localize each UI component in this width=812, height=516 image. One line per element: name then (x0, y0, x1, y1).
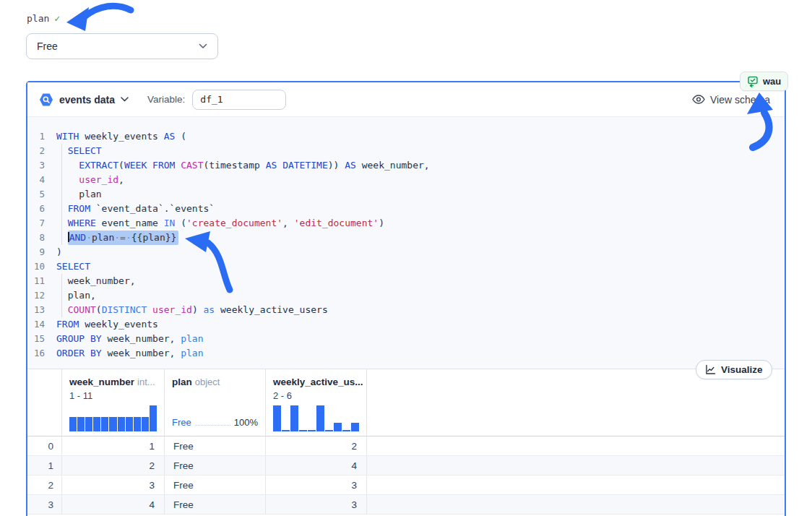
line-number: 8 (27, 231, 45, 245)
code-line: 8 AND·plan·=·{{plan}} (27, 231, 785, 245)
line-number: 13 (27, 303, 45, 317)
table-cell: 0 (27, 437, 62, 455)
table-cell: 1 (62, 437, 165, 455)
variable-label: Variable: (147, 94, 185, 105)
variable-input[interactable] (192, 90, 286, 110)
cell-output-badge-wau[interactable]: wau (740, 72, 788, 91)
line-number: 10 (27, 259, 45, 274)
line-number: 6 (27, 202, 45, 216)
results-table: week_numberint...1 - 11planobjectFree100… (27, 369, 785, 515)
code-line: 1WITH weekly_events AS ( (27, 129, 785, 144)
line-number: 2 (27, 144, 45, 158)
histogram-bar (69, 417, 77, 431)
column-range: 2 - 6 (273, 390, 359, 401)
table-row: 34Free3 (27, 495, 785, 515)
column-header-week_number[interactable]: week_numberint...1 - 11 (62, 369, 165, 436)
bigquery-icon (39, 93, 53, 107)
histogram-bar (334, 423, 342, 431)
code-line: 13 COUNT(DISTINCT user_id) as weekly_act… (27, 303, 785, 317)
table-cell: Free (165, 495, 266, 514)
sql-cell: events data Variable: View schema 1WITH … (26, 81, 786, 516)
column-range: 1 - 11 (69, 390, 157, 401)
table-cell: 1 (27, 456, 62, 475)
table-cell: 4 (266, 456, 367, 475)
histogram-bar (342, 430, 350, 431)
histogram-bar (109, 417, 116, 431)
table-row: 23Free3 (27, 476, 785, 495)
visualize-button[interactable]: Visualize (696, 360, 772, 379)
badge-label: wau (763, 76, 781, 87)
table-cell: 2 (27, 476, 62, 494)
table-cell (367, 437, 785, 455)
column-header-weekly_active_us[interactable]: weekly_active_us...2 - 6 (266, 369, 367, 436)
column-histogram (69, 405, 157, 431)
code-line: 3 EXTRACT(WEEK FROM CAST(timestamp AS DA… (27, 158, 785, 173)
histogram-bar (126, 417, 133, 431)
app-screen-check-icon (747, 76, 759, 87)
histogram-bar (290, 405, 298, 431)
line-number: 7 (27, 216, 45, 231)
code-lines: 1WITH weekly_events AS (2 SELECT3 EXTRAC… (27, 129, 785, 361)
code-line: 14FROM weekly_events (27, 317, 785, 332)
histogram-bar (118, 417, 125, 431)
code-line: 12 plan, (27, 288, 785, 303)
histogram-bar (134, 417, 141, 431)
visualize-label: Visualize (721, 364, 763, 375)
code-line: 4 user_id, (27, 173, 785, 187)
table-cell: 3 (62, 476, 165, 494)
cell-header: events data Variable: View schema (27, 82, 785, 117)
view-schema-button[interactable]: View schema (692, 94, 770, 106)
data-source-name: events data (59, 94, 115, 106)
param-valid-check-icon: ✓ (54, 13, 60, 24)
line-number: 4 (27, 173, 45, 187)
code-line: 9) (27, 245, 785, 259)
histogram-bar (142, 417, 149, 431)
table-cell: Free (165, 437, 266, 455)
line-number: 3 (27, 158, 45, 173)
table-header: week_numberint...1 - 11planobjectFree100… (27, 369, 785, 437)
eye-icon (692, 95, 705, 104)
table-cell: 3 (27, 495, 62, 514)
histogram-bar (325, 430, 333, 431)
histogram-bar (299, 430, 307, 431)
histogram-bar (308, 430, 316, 431)
histogram-bar (101, 417, 108, 431)
line-number: 14 (27, 317, 45, 332)
code-line: 10SELECT (27, 259, 785, 274)
code-line: 7 WHERE event_name IN ('create_document'… (27, 216, 785, 231)
column-histogram (273, 405, 359, 431)
param-name: plan (27, 13, 49, 24)
table-cell: 3 (266, 495, 367, 514)
histogram-bar (316, 405, 324, 431)
histogram-bar (282, 430, 290, 431)
table-cell: 2 (266, 437, 367, 455)
line-number: 12 (27, 288, 45, 303)
code-line: 15GROUP BY week_number, plan (27, 332, 785, 346)
column-header-plan[interactable]: planobjectFree100% (165, 369, 266, 436)
table-cell (367, 495, 785, 514)
line-number: 15 (27, 332, 45, 346)
table-cell (367, 476, 785, 494)
chevron-down-icon (121, 97, 129, 102)
sql-editor[interactable]: 1WITH weekly_events AS (2 SELECT3 EXTRAC… (27, 117, 785, 369)
histogram-bar (150, 405, 157, 431)
chart-line-icon (705, 364, 716, 375)
code-line: 5 plan (27, 187, 785, 202)
histogram-bar (85, 417, 92, 431)
histogram-bar (351, 423, 359, 431)
plan-dropdown-value: Free (37, 40, 58, 52)
line-number: 16 (27, 346, 45, 361)
table-cell: 3 (266, 476, 367, 494)
code-line: 6 FROM `event_data`.`events` (27, 202, 785, 216)
code-line: 16ORDER BY week_number, plan (27, 346, 785, 361)
table-body: 01Free212Free423Free334Free3 (27, 437, 785, 515)
annotation-arrow-param (61, 1, 135, 35)
column-top-value: Free100% (172, 417, 258, 428)
table-row: 01Free2 (27, 437, 785, 456)
plan-dropdown[interactable]: Free (26, 33, 218, 59)
column-header-index (27, 369, 62, 436)
line-number: 1 (27, 129, 45, 144)
chevron-down-icon (199, 43, 207, 49)
data-source-selector[interactable]: events data (39, 93, 129, 107)
code-line: 11 week_number, (27, 274, 785, 288)
